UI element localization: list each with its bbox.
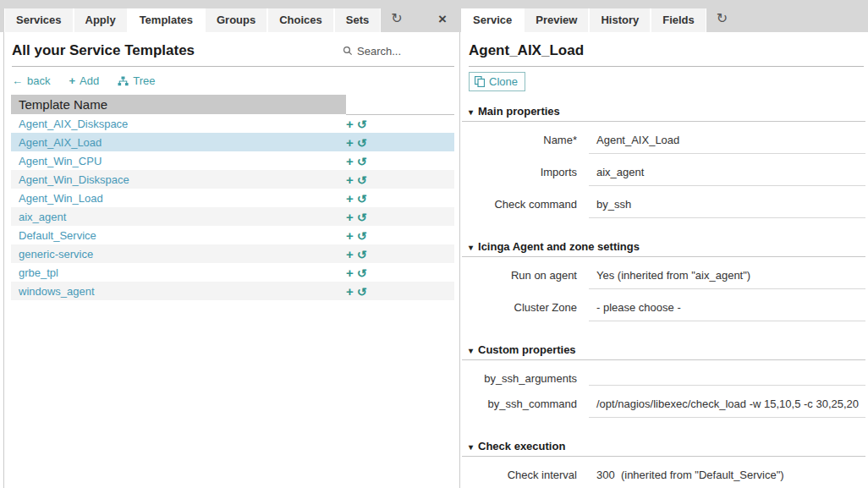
search-box <box>343 45 446 58</box>
table-row[interactable]: windows_agent +↺ <box>11 282 454 300</box>
field-run-on-agent: Run on agent Yes (inherited from "aix_ag… <box>462 265 865 289</box>
add-icon[interactable]: + <box>346 117 354 131</box>
table-row[interactable]: Agent_Win_Diskspace +↺ <box>11 170 454 189</box>
template-link[interactable]: generic-service <box>19 248 93 260</box>
history-icon[interactable]: ↺ <box>357 173 367 187</box>
right-tab-bar: Service Preview History Fields ↻ <box>457 0 868 32</box>
collapse-caret-icon[interactable]: ▾ <box>469 442 473 452</box>
tab-sets[interactable]: Sets <box>334 8 381 32</box>
check-command-input[interactable]: by_ssh <box>589 194 865 218</box>
collapse-caret-icon[interactable]: ▾ <box>469 107 473 117</box>
history-icon[interactable]: ↺ <box>357 211 367 224</box>
field-imports: Imports aix_agent <box>462 162 865 186</box>
history-icon[interactable]: ↺ <box>357 118 367 131</box>
add-icon[interactable]: + <box>346 210 354 224</box>
tree-link[interactable]: Tree <box>118 74 155 87</box>
table-row[interactable]: Default_Service +↺ <box>11 226 454 244</box>
section-header[interactable]: ▾Custom properties <box>462 343 865 360</box>
column-header-template-name[interactable]: Template Name <box>11 95 346 114</box>
history-icon[interactable]: ↺ <box>357 266 367 280</box>
tab-fields[interactable]: Fields <box>651 8 706 32</box>
section-custom-properties: ▾Custom properties by_ssh_arguments by_s… <box>462 343 865 418</box>
template-link[interactable]: Agent_Win_Load <box>19 192 103 205</box>
field-check-command: Check command by_ssh <box>462 194 865 218</box>
history-icon[interactable]: ↺ <box>357 136 367 150</box>
add-icon[interactable]: + <box>346 284 354 299</box>
tab-service[interactable]: Service <box>461 8 524 32</box>
template-link[interactable]: aix_agent <box>19 211 66 223</box>
field-label: Name* <box>462 129 589 154</box>
history-icon[interactable]: ↺ <box>357 248 367 261</box>
tab-groups[interactable]: Groups <box>205 8 267 32</box>
table-row[interactable]: aix_agent +↺ <box>11 207 454 226</box>
history-icon[interactable]: ↺ <box>357 155 367 168</box>
template-link[interactable]: Agent_AIX_Diskspace <box>19 118 128 130</box>
field-cluster-zone: Cluster Zone - please choose - <box>462 297 865 321</box>
add-icon[interactable]: + <box>346 266 354 280</box>
tab-services[interactable]: Services <box>4 8 74 32</box>
by-ssh-arguments-input[interactable] <box>589 368 865 386</box>
back-link[interactable]: ← back <box>12 74 50 87</box>
template-link[interactable]: windows_agent <box>19 285 95 298</box>
cluster-zone-select[interactable]: - please choose - <box>589 297 865 321</box>
table-row[interactable]: grbe_tpl +↺ <box>11 263 454 282</box>
close-icon[interactable]: × <box>438 13 447 25</box>
history-icon[interactable]: ↺ <box>357 229 367 243</box>
search-icon <box>343 46 353 56</box>
add-link[interactable]: + Add <box>69 74 99 87</box>
tab-apply[interactable]: Apply <box>74 8 128 32</box>
table-row[interactable]: Agent_Win_CPU +↺ <box>11 151 454 170</box>
search-input[interactable] <box>357 45 446 58</box>
table-row[interactable]: generic-service +↺ <box>11 244 454 263</box>
right-panel-header: Agent_AIX_Load <box>469 32 864 67</box>
section-header[interactable]: ▾Main properties <box>462 105 865 122</box>
add-icon[interactable]: + <box>346 191 354 206</box>
template-link[interactable]: Agent_Win_CPU <box>19 155 102 167</box>
field-label: by_ssh_command <box>462 393 589 418</box>
tree-icon <box>118 76 129 86</box>
table-row[interactable]: Agent_AIX_Diskspace +↺ <box>11 114 454 133</box>
add-icon[interactable]: + <box>346 154 354 168</box>
section-header[interactable]: ▾Icinga Agent and zone settings <box>462 240 865 257</box>
template-link[interactable]: Agent_Win_Diskspace <box>19 173 129 186</box>
refresh-icon[interactable]: ↻ <box>717 12 728 25</box>
field-label: by_ssh_arguments <box>462 368 589 386</box>
table-row[interactable]: Agent_Win_Load +↺ <box>11 189 454 207</box>
template-title: Agent_AIX_Load <box>469 42 584 59</box>
service-templates-panel: Services Apply Templates Groups Choices … <box>0 0 457 488</box>
imports-input[interactable]: aix_agent <box>589 162 865 186</box>
history-icon[interactable]: ↺ <box>357 192 367 206</box>
add-icon[interactable]: + <box>346 135 354 150</box>
name-input[interactable]: Agent_AIX_Load <box>589 129 865 154</box>
collapse-caret-icon[interactable]: ▾ <box>469 346 473 355</box>
action-links: ← back + Add Tree <box>0 67 457 95</box>
clone-button[interactable]: Clone <box>469 72 525 91</box>
template-detail-panel: Service Preview History Fields ↻ Agent_A… <box>457 0 868 488</box>
collapse-caret-icon[interactable]: ▾ <box>469 243 473 252</box>
section-agent-zone-settings: ▾Icinga Agent and zone settings Run on a… <box>462 240 865 321</box>
tab-templates[interactable]: Templates <box>128 8 205 32</box>
add-icon[interactable]: + <box>346 247 354 261</box>
history-icon[interactable]: ↺ <box>357 285 367 299</box>
check-interval-input[interactable]: 300 (inherited from "Default_Service") <box>589 464 865 488</box>
add-icon[interactable]: + <box>346 228 354 243</box>
field-label: Check command <box>462 194 589 218</box>
template-link[interactable]: Default_Service <box>19 229 96 242</box>
field-label: Imports <box>462 162 589 186</box>
template-link[interactable]: Agent_AIX_Load <box>19 136 102 149</box>
field-by-ssh-command: by_ssh_command /opt/nagios/libexec/check… <box>462 393 865 418</box>
by-ssh-command-input[interactable]: /opt/nagios/libexec/check_load -w 15,10,… <box>589 393 865 418</box>
section-header[interactable]: ▾Check execution <box>462 440 865 457</box>
tab-history[interactable]: History <box>589 8 651 32</box>
field-label: Run on agent <box>462 265 589 289</box>
tab-choices[interactable]: Choices <box>267 8 334 32</box>
tab-preview[interactable]: Preview <box>524 8 589 32</box>
add-icon[interactable]: + <box>346 173 354 187</box>
refresh-icon[interactable]: ↻ <box>391 12 402 25</box>
table-row-selected[interactable]: Agent_AIX_Load +↺ <box>11 133 454 151</box>
template-link[interactable]: grbe_tpl <box>19 266 58 279</box>
templates-table: Template Name Agent_AIX_Diskspace +↺ Age… <box>11 95 454 300</box>
field-name: Name* Agent_AIX_Load <box>462 129 865 154</box>
run-on-agent-select[interactable]: Yes (inherited from "aix_agent") <box>589 265 865 289</box>
field-by-ssh-arguments: by_ssh_arguments <box>462 368 865 386</box>
